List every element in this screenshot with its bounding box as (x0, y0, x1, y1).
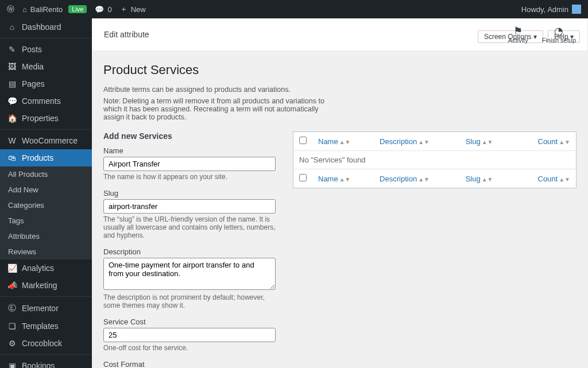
greeting-text: Howdy, Admin (521, 5, 568, 14)
description-label: Description (103, 247, 276, 256)
name-input[interactable] (103, 157, 276, 171)
comments-bubble[interactable]: 💬0 (95, 5, 111, 14)
name-hint: The name is how it appears on your site. (103, 173, 276, 181)
flag-icon: ⚑ (508, 25, 528, 37)
pin-icon: ✎ (7, 45, 17, 54)
site-name-link[interactable]: ⌂BaliRentoLive (22, 5, 87, 14)
elementor-icon: Ⓔ (7, 303, 17, 313)
sidebar-products-submenu: All Products Add New Categories Tags Att… (0, 166, 92, 259)
slug-hint: The “slug” is the URL-friendly version o… (103, 215, 276, 239)
col-description-header[interactable]: Description▲▼ (380, 137, 430, 146)
description-textarea[interactable]: One-time payment for airport transfer to… (103, 258, 276, 290)
plus-icon: ＋ (120, 4, 127, 14)
live-badge: Live (68, 5, 87, 13)
sort-icon: ▲▼ (339, 139, 351, 145)
activity-label: Activity (508, 37, 528, 44)
wp-logo-link[interactable]: ⓦ (7, 4, 14, 14)
products-icon: 🛍 (7, 153, 17, 162)
cost-format-label: Cost Format (103, 360, 276, 368)
site-name-label: BaliRento (30, 5, 63, 14)
sort-icon: ▲▼ (418, 176, 430, 183)
sort-icon: ▲▼ (482, 139, 493, 145)
sidebar-item-analytics[interactable]: 📈Analytics (0, 259, 92, 277)
comments-icon: 💬 (7, 96, 17, 106)
account-link[interactable]: Howdy, Admin (521, 5, 581, 14)
new-content-link[interactable]: ＋New (120, 4, 146, 14)
wordpress-icon: ⓦ (7, 4, 14, 14)
sidebar-label: Marketing (22, 281, 57, 290)
admin-sidebar: ⌂Dashboard ✎Posts 🖼Media ▤Pages 💬Comment… (0, 18, 92, 368)
sidebar-label: Elementor (22, 304, 59, 313)
sort-icon: ▲▼ (559, 176, 570, 183)
admin-bar: ⓦ ⌂BaliRentoLive 💬0 ＋New Howdy, Admin (0, 0, 588, 18)
dashboard-icon: ⌂ (7, 22, 17, 32)
finish-setup-label: Finish setup (542, 37, 576, 44)
name-label: Name (103, 146, 276, 155)
sidebar-item-products[interactable]: 🛍Products (0, 149, 92, 166)
sidebar-label: Pages (22, 79, 45, 88)
sidebar-item-comments[interactable]: 💬Comments (0, 92, 92, 110)
templates-icon: ❏ (7, 321, 17, 331)
col-slug-footer[interactable]: Slug▲▼ (466, 175, 493, 183)
sidebar-sub-reviews[interactable]: Reviews (0, 244, 92, 259)
sidebar-label: Products (22, 153, 53, 162)
sidebar-item-crocoblock[interactable]: ⚙Crocoblock (0, 335, 92, 352)
sidebar-sub-attributes[interactable]: Attributes (0, 228, 92, 244)
sidebar-label: Posts (22, 45, 42, 54)
add-term-form: Add new Services Name The name is how it… (103, 131, 276, 368)
select-all-checkbox-top[interactable] (299, 137, 307, 144)
intro-text: Attribute terms can be assigned to produ… (103, 86, 333, 94)
pages-icon: ▤ (7, 79, 17, 88)
sidebar-sub-all-products[interactable]: All Products (0, 166, 92, 182)
media-icon: 🖼 (7, 62, 17, 71)
sidebar-item-pages[interactable]: ▤Pages (0, 75, 92, 92)
sidebar-sub-tags[interactable]: Tags (0, 213, 92, 228)
sidebar-item-templates[interactable]: ❏Templates (0, 317, 92, 335)
sidebar-label: WooCommerce (22, 136, 78, 145)
col-count-footer[interactable]: Count▲▼ (538, 175, 571, 183)
finish-setup-button[interactable]: ◔ Finish setup (542, 25, 576, 44)
progress-icon: ◔ (542, 25, 576, 37)
col-count-header[interactable]: Count▲▼ (538, 137, 571, 146)
sidebar-label: Comments (22, 96, 61, 106)
sidebar-item-elementor[interactable]: ⒺElementor (0, 299, 92, 317)
woocommerce-icon: W (7, 136, 17, 145)
sort-icon: ▲▼ (418, 139, 430, 145)
form-heading: Add new Services (103, 131, 276, 141)
slug-label: Slug (103, 189, 276, 197)
service-cost-label: Service Cost (103, 317, 276, 326)
slug-input[interactable] (103, 199, 276, 214)
sidebar-item-properties[interactable]: 🏠Properties (0, 110, 92, 127)
comment-icon: 💬 (95, 5, 104, 14)
col-description-footer[interactable]: Description▲▼ (380, 175, 430, 183)
sidebar-item-bookings[interactable]: ▣Bookings (0, 357, 92, 368)
new-label: New (131, 5, 146, 14)
sort-icon: ▲▼ (339, 176, 351, 183)
sidebar-item-dashboard[interactable]: ⌂Dashboard (0, 18, 92, 36)
sidebar-label: Bookings (22, 361, 55, 368)
col-slug-header[interactable]: Slug▲▼ (466, 137, 493, 146)
sidebar-label: Crocoblock (22, 339, 62, 348)
col-name-footer[interactable]: Name▲▼ (318, 175, 350, 183)
analytics-icon: 📈 (7, 264, 17, 273)
comments-count: 0 (107, 5, 111, 14)
sidebar-sub-add-new[interactable]: Add New (0, 182, 92, 197)
sidebar-item-posts[interactable]: ✎Posts (0, 41, 92, 58)
sidebar-label: Media (22, 62, 44, 71)
sidebar-label: Dashboard (22, 22, 61, 32)
col-name-header[interactable]: Name▲▼ (318, 137, 350, 146)
sidebar-item-media[interactable]: 🖼Media (0, 58, 92, 75)
sort-icon: ▲▼ (559, 139, 570, 145)
bookings-icon: ▣ (7, 361, 17, 368)
service-cost-input[interactable] (103, 328, 276, 342)
sidebar-sub-categories[interactable]: Categories (0, 197, 92, 213)
sidebar-label: Analytics (22, 264, 54, 273)
description-hint: The description is not prominent by defa… (103, 293, 276, 309)
sidebar-item-woocommerce[interactable]: WWooCommerce (0, 132, 92, 149)
breadcrumb-title: Edit attribute (104, 30, 149, 39)
page-title: Product Services (103, 63, 577, 78)
select-all-checkbox-bottom[interactable] (299, 174, 307, 181)
sidebar-item-marketing[interactable]: 📣Marketing (0, 277, 92, 294)
terms-table: Name▲▼ Description▲▼ Slug▲▼ Count▲▼ No "… (293, 131, 577, 188)
activity-button[interactable]: ⚑ Activity (508, 25, 528, 44)
